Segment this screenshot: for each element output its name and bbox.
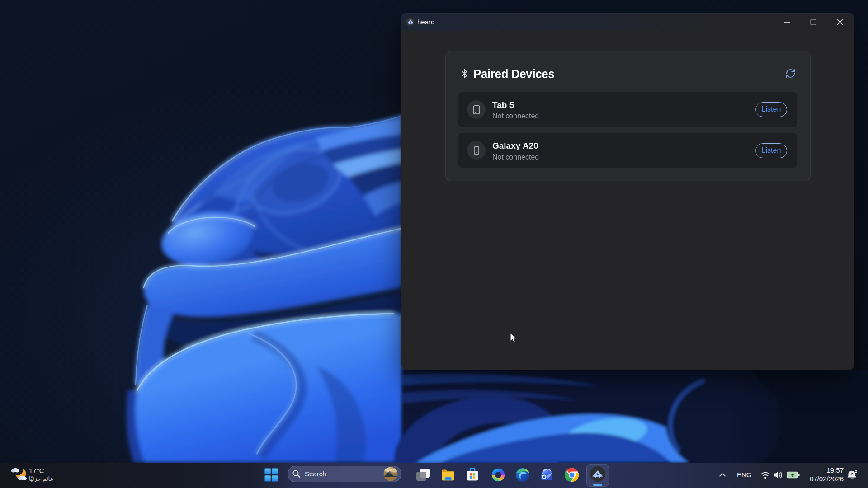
svg-text:z: z bbox=[851, 472, 854, 476]
svg-text:z: z bbox=[855, 469, 857, 474]
